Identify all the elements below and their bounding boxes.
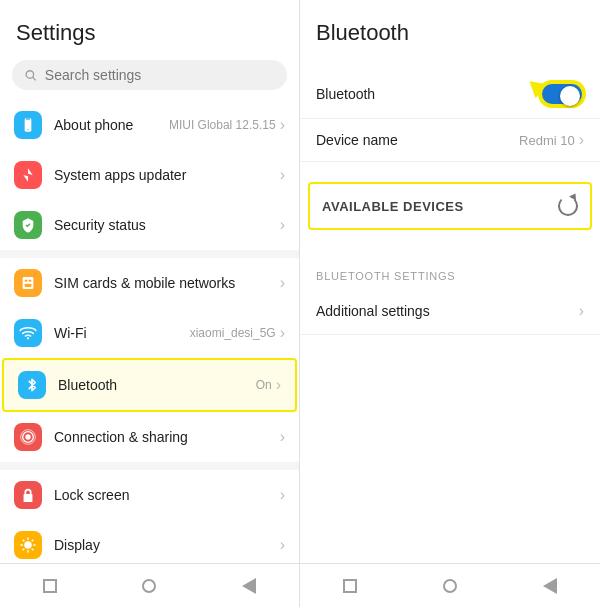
device-name-row[interactable]: Device name Redmi 10 ›	[300, 119, 600, 162]
bt-settings-label: BLUETOOTH SETTINGS	[316, 270, 456, 282]
about-phone-icon-wrap	[14, 111, 42, 139]
system-apps-icon-wrap	[14, 161, 42, 189]
svg-line-23	[23, 549, 25, 551]
lock-icon	[21, 487, 35, 503]
bluetooth-row[interactable]: Bluetooth	[300, 70, 600, 119]
svg-line-20	[23, 540, 25, 542]
svg-point-0	[26, 71, 33, 78]
toggle-thumb	[560, 86, 580, 106]
svg-point-4	[27, 129, 28, 130]
additional-settings-label: Additional settings	[316, 303, 579, 319]
nav-square-left[interactable]	[43, 579, 57, 593]
available-devices-section[interactable]: AVAILABLE DEVICES	[308, 182, 592, 230]
refresh-icon[interactable]	[558, 196, 578, 216]
nav-circle-right[interactable]	[443, 579, 457, 593]
lock-label: Lock screen	[54, 487, 280, 503]
menu-item-bluetooth[interactable]: Bluetooth On ›	[2, 358, 297, 412]
bluetooth-row-label: Bluetooth	[316, 86, 540, 102]
bluetooth-toggle[interactable]	[540, 82, 584, 106]
device-name-label: Device name	[316, 132, 519, 148]
menu-item-system-apps[interactable]: System apps updater ›	[0, 150, 299, 200]
menu-item-lock[interactable]: Lock screen ›	[0, 470, 299, 520]
wifi-icon	[19, 324, 37, 342]
menu-item-display[interactable]: Display ›	[0, 520, 299, 563]
system-apps-arrow: ›	[280, 166, 285, 184]
svg-rect-8	[29, 280, 32, 282]
menu-item-sim[interactable]: SIM cards & mobile networks ›	[0, 258, 299, 308]
device-name-arrow: ›	[579, 131, 584, 149]
menu-item-connection[interactable]: Connection & sharing ›	[0, 412, 299, 462]
svg-point-10	[27, 337, 29, 339]
about-phone-arrow: ›	[280, 116, 285, 134]
spacer-2	[300, 240, 600, 256]
additional-settings-row[interactable]: Additional settings ›	[300, 288, 600, 335]
security-arrow: ›	[280, 216, 285, 234]
settings-panel: Settings About phone MIUI Global 12.5.15…	[0, 0, 300, 607]
nav-back-right[interactable]	[543, 578, 557, 594]
nav-circle-left[interactable]	[142, 579, 156, 593]
sim-icon-wrap	[14, 269, 42, 297]
svg-point-11	[25, 434, 30, 439]
divider-2	[0, 462, 299, 470]
bluetooth-sub: On	[256, 378, 272, 392]
nav-back-left[interactable]	[242, 578, 256, 594]
svg-rect-14	[24, 494, 33, 502]
svg-rect-3	[26, 118, 30, 119]
left-bottom-nav	[0, 563, 299, 607]
svg-rect-9	[25, 284, 32, 287]
menu-item-security[interactable]: Security status ›	[0, 200, 299, 250]
security-icon-wrap	[14, 211, 42, 239]
menu-item-wifi[interactable]: Wi-Fi xiaomi_desi_5G ›	[0, 308, 299, 358]
bluetooth-label: Bluetooth	[58, 377, 256, 393]
available-devices-label: AVAILABLE DEVICES	[322, 199, 558, 214]
lock-arrow: ›	[280, 486, 285, 504]
system-apps-label: System apps updater	[54, 167, 280, 183]
bluetooth-panel: Bluetooth Bluetooth Device name Redmi 10…	[300, 0, 600, 607]
connection-arrow: ›	[280, 428, 285, 446]
sim-label: SIM cards & mobile networks	[54, 275, 280, 291]
svg-rect-6	[23, 277, 34, 289]
about-phone-label: About phone	[54, 117, 169, 133]
connection-icon-wrap	[14, 423, 42, 451]
security-icon	[20, 217, 36, 233]
device-name-value: Redmi 10	[519, 133, 575, 148]
svg-line-1	[33, 77, 36, 80]
security-label: Security status	[54, 217, 280, 233]
right-spacer	[300, 335, 600, 563]
right-bottom-nav	[300, 563, 600, 607]
additional-settings-arrow: ›	[579, 302, 584, 320]
bt-settings-section: BLUETOOTH SETTINGS	[300, 256, 600, 288]
bluetooth-icon	[25, 376, 39, 394]
search-icon	[24, 68, 37, 82]
toggle-track	[540, 82, 584, 106]
menu-item-about-phone[interactable]: About phone MIUI Global 12.5.15 ›	[0, 100, 299, 150]
about-phone-sub: MIUI Global 12.5.15	[169, 118, 276, 132]
search-input[interactable]	[45, 67, 275, 83]
wifi-label: Wi-Fi	[54, 325, 190, 341]
nav-square-right[interactable]	[343, 579, 357, 593]
display-icon	[19, 536, 37, 554]
display-label: Display	[54, 537, 280, 553]
bluetooth-title: Bluetooth	[316, 20, 584, 46]
settings-title: Settings	[0, 0, 299, 56]
lock-icon-wrap	[14, 481, 42, 509]
svg-rect-7	[25, 280, 28, 282]
connection-icon	[20, 429, 36, 445]
search-bar[interactable]	[12, 60, 287, 90]
divider-1	[0, 250, 299, 258]
display-icon-wrap	[14, 531, 42, 559]
wifi-icon-wrap	[14, 319, 42, 347]
svg-line-22	[32, 540, 34, 542]
bluetooth-header: Bluetooth	[300, 0, 600, 70]
update-icon	[20, 167, 36, 183]
svg-point-15	[24, 541, 32, 549]
connection-label: Connection & sharing	[54, 429, 280, 445]
bluetooth-arrow: ›	[276, 376, 281, 394]
wifi-arrow: ›	[280, 324, 285, 342]
svg-marker-5	[23, 168, 32, 181]
phone-icon	[20, 117, 36, 133]
spacer-1	[300, 162, 600, 172]
bluetooth-icon-wrap	[18, 371, 46, 399]
sim-arrow: ›	[280, 274, 285, 292]
svg-line-21	[32, 549, 34, 551]
